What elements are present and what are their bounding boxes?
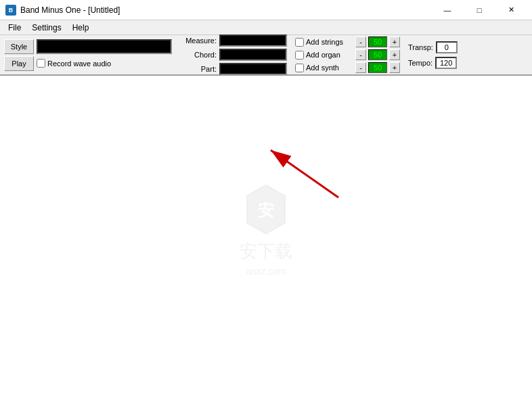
synth-plus-button[interactable]: + (389, 62, 400, 73)
style-input[interactable] (37, 39, 172, 54)
menu-file[interactable]: File (3, 22, 26, 34)
strings-minus-button[interactable]: - (355, 37, 366, 47)
main-content: 安 安下载 anxz.com (0, 76, 532, 401)
measure-row: Measure: (181, 34, 287, 47)
menu-settings[interactable]: Settings (26, 22, 66, 34)
part-label: Part: (181, 65, 217, 73)
synth-value: 50 (368, 62, 387, 73)
play-row: Play Record wave audio (4, 56, 172, 71)
add-synth-label: Add synth (306, 64, 353, 72)
chord-input[interactable] (219, 49, 287, 61)
part-input[interactable] (219, 63, 287, 75)
record-checkbox[interactable] (37, 59, 45, 68)
close-button[interactable]: ✕ (495, 0, 527, 20)
app-icon: B (5, 5, 16, 16)
arrow-annotation (217, 143, 352, 213)
record-checkbox-label[interactable]: Record wave audio (37, 59, 111, 68)
watermark-url: anxz.com (246, 265, 286, 276)
add-organ-row: Add organ - 50 + (295, 49, 400, 60)
add-strings-checkbox[interactable] (295, 38, 304, 47)
transp-label: Transp: (408, 43, 433, 51)
title-bar-left: B Band Minus One - [Untitled] (5, 5, 120, 16)
organ-minus-button[interactable]: - (355, 49, 366, 60)
svg-line-2 (271, 150, 338, 197)
far-right: Transp: Tempo: (408, 41, 458, 69)
record-label: Record wave audio (47, 60, 111, 68)
add-strings-row: Add strings - 50 + (295, 37, 400, 47)
style-button[interactable]: Style (4, 39, 34, 54)
chord-label: Chord: (181, 51, 217, 59)
measure-input[interactable] (219, 34, 287, 47)
right-controls: Add strings - 50 + Add organ - 50 + Add … (295, 37, 400, 73)
add-synth-checkbox[interactable] (295, 64, 304, 72)
watermark: 安 安下载 anxz.com (239, 182, 293, 276)
left-controls: Style Play Record wave audio (4, 39, 172, 71)
organ-plus-button[interactable]: + (389, 49, 400, 60)
transp-row: Transp: (408, 41, 458, 53)
style-row: Style (4, 39, 172, 54)
title-bar-controls: — □ ✕ (432, 0, 527, 20)
add-strings-label: Add strings (306, 38, 353, 46)
strings-plus-button[interactable]: + (389, 37, 400, 47)
toolbar: Style Play Record wave audio Measure: Ch… (0, 35, 532, 76)
part-row: Part: (181, 63, 287, 75)
tempo-row: Tempo: (408, 57, 458, 69)
organ-value: 50 (368, 49, 387, 60)
transp-input[interactable] (436, 41, 458, 53)
chord-row: Chord: (181, 49, 287, 61)
play-button[interactable]: Play (4, 56, 34, 71)
strings-value: 50 (368, 37, 387, 47)
menu-help[interactable]: Help (67, 22, 95, 34)
measure-label: Measure: (181, 37, 217, 45)
synth-minus-button[interactable]: - (355, 62, 366, 73)
svg-text:安: 安 (257, 201, 274, 219)
add-organ-checkbox[interactable] (295, 51, 304, 60)
middle-controls: Measure: Chord: Part: (181, 34, 287, 75)
watermark-text: 安下载 (240, 239, 292, 262)
minimize-button[interactable]: — (432, 0, 463, 20)
add-organ-label: Add organ (306, 51, 353, 59)
title-text: Band Minus One - [Untitled] (20, 5, 120, 15)
tempo-label: Tempo: (408, 59, 433, 67)
title-bar: B Band Minus One - [Untitled] — □ ✕ (0, 0, 532, 20)
add-synth-row: Add synth - 50 + (295, 62, 400, 73)
watermark-icon: 安 (239, 182, 293, 236)
maximize-button[interactable]: □ (464, 0, 495, 20)
tempo-input[interactable] (435, 57, 457, 69)
menu-bar: File Settings Help (0, 20, 532, 35)
